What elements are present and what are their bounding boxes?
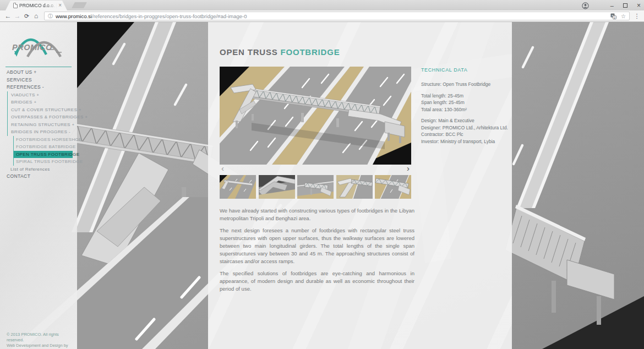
- thumbnail-strip: [220, 175, 411, 199]
- technical-data-row: [421, 113, 509, 117]
- sidebar-divider: [6, 67, 72, 67]
- sidebar-nav-item-label: SPIRAL TRUSS FOOTBRIDGE: [16, 159, 83, 164]
- sidebar-nav-item-label: FOOTBRIDGE BATBRIDGE: [16, 144, 76, 149]
- sidebar-nav-item[interactable]: BRIDGES IN PROGGRES -: [7, 128, 77, 136]
- technical-data-row: Investor: Ministry of transport, Lybia: [421, 138, 509, 145]
- article-paragraph: The specified solutions of footbridges a…: [220, 270, 414, 293]
- technical-data-row: Contractor: BCC Plc: [421, 131, 509, 138]
- tab-title: PROMICO d.o.o. | Refere: [19, 3, 57, 8]
- sidebar-nav-item[interactable]: List of References: [7, 166, 77, 173]
- tab-strip: PROMICO d.o.o. | Refere × – ×: [0, 0, 644, 10]
- sidebar-nav-item-label: ABOUT US +: [7, 69, 37, 75]
- maximize-icon[interactable]: [623, 3, 627, 8]
- technical-data-row: Design: Main & Executive: [421, 117, 509, 124]
- sidebar-nav-item[interactable]: REFERENCES -: [7, 84, 77, 91]
- tab-close-icon[interactable]: ×: [58, 3, 62, 8]
- page-viewport: PROMICO ABOUT US + SERVICES REFERENCES -…: [0, 22, 644, 349]
- browser-window: PROMICO d.o.o. | Refere × – × ← → ⟳ ⌂ ⓘ …: [0, 0, 644, 349]
- sidebar-nav-item[interactable]: CUT & COVER STRUCTURES +: [7, 106, 77, 114]
- technical-data-row: Total length: 25-45m: [421, 92, 509, 100]
- url-domain: www.promico.si: [56, 13, 92, 19]
- technical-data-row: Designer: PROMICO Ltd., Arhitektura Ltd.: [421, 124, 509, 132]
- close-window-icon[interactable]: ×: [637, 2, 641, 9]
- carousel-next-icon[interactable]: ›: [407, 164, 410, 173]
- technical-data-row: Total area: 130-360m²: [421, 106, 509, 113]
- window-controls: – ×: [610, 0, 641, 10]
- sidebar-nav-item[interactable]: SPIRAL TRUSS FOOTBRIDGE: [13, 158, 77, 166]
- sidebar-nav-item-label: List of References: [10, 167, 50, 172]
- sidebar-nav-item[interactable]: OVERPASSES & FOOTBRIDGES +: [7, 113, 77, 121]
- carousel-prev-icon[interactable]: ‹: [221, 164, 224, 173]
- profile-icon[interactable]: [582, 2, 589, 9]
- reload-icon[interactable]: ⟳: [22, 13, 31, 19]
- sidebar-footer: © 2013 PROMICO. All rights reserved. Web…: [7, 332, 77, 349]
- sidebar-nav-item[interactable]: FOOTBRIDGE BATBRIDGE: [13, 143, 77, 151]
- carousel-controls: ‹ ›: [220, 164, 411, 173]
- article-paragraph: We have already started with constructin…: [220, 207, 414, 222]
- technical-data-row: [421, 88, 509, 92]
- thumbnail-bridge-overview[interactable]: [220, 175, 256, 199]
- minimize-icon[interactable]: –: [610, 3, 614, 8]
- forward-icon[interactable]: →: [13, 13, 22, 19]
- thumbnail-ramp-structure[interactable]: [259, 175, 295, 199]
- sidebar-nav-item[interactable]: ABOUT US +: [7, 69, 77, 77]
- translate-icon[interactable]: a文: [610, 13, 616, 19]
- technical-data-row: Structure: Open Truss Footbridge: [421, 81, 509, 88]
- back-icon[interactable]: ←: [3, 13, 13, 19]
- home-icon[interactable]: ⌂: [31, 13, 41, 19]
- thumbnail-a-frame-ramp[interactable]: [336, 175, 373, 199]
- technical-data-rows: Structure: Open Truss Footbridge Total l…: [421, 81, 509, 145]
- page-title: OPEN TRUSS FOOTBRIDGE: [220, 47, 340, 57]
- browser-tab[interactable]: PROMICO d.o.o. | Refere ×: [6, 1, 67, 10]
- sidebar-nav-item-label: CONTACT: [7, 173, 30, 179]
- technical-data-row: Span length: 25-45m: [421, 99, 509, 106]
- article-paragraph: The next design foresees a number of foo…: [220, 227, 414, 265]
- sidebar-nav-item[interactable]: SERVICES: [7, 77, 77, 84]
- promico-logo[interactable]: PROMICO: [11, 29, 66, 60]
- sidebar-nav-item[interactable]: FOOTBRIDGES HORSESHOE: [13, 136, 77, 144]
- page-favicon-icon: [13, 3, 18, 8]
- content-panel: OPEN TRUSS FOOTBRIDGE: [208, 22, 512, 349]
- sidebar-nav-item-label: OPEN TRUSS FOOTBRIDGE: [16, 152, 79, 157]
- browser-menu-icon[interactable]: ⋮: [633, 13, 641, 20]
- sidebar-nav-item-label: SERVICES: [7, 77, 32, 83]
- url-path: /references/bridges-in-proggres/open-tru…: [92, 13, 247, 19]
- credits-text: Web Development and Design by NOMMO.: [7, 343, 77, 349]
- browser-toolbar: ← → ⟳ ⌂ ⓘ www.promico.si/references/brid…: [0, 10, 644, 22]
- thumbnail-bridge-side-view[interactable]: [297, 175, 334, 199]
- svg-text:PROMICO: PROMICO: [12, 43, 52, 52]
- sidebar-nav-item-label: REFERENCES -: [7, 84, 44, 90]
- url-text: www.promico.si/references/bridges-in-pro…: [56, 13, 610, 19]
- sidebar-nav-item-label: RETAINING STRUCTURES +: [11, 122, 75, 127]
- technical-data-panel: TECHNICAL DATA Structure: Open Truss Foo…: [421, 67, 509, 145]
- sidebar-nav-item[interactable]: CONTACT: [7, 173, 77, 181]
- sidebar-nav-item[interactable]: OPEN TRUSS FOOTBRIDGE: [13, 151, 73, 159]
- sidebar-nav-item-label: BRIDGES IN PROGGRES -: [11, 129, 70, 134]
- sidebar-nav-item[interactable]: VIADUCTS +: [7, 91, 77, 99]
- article-text: We have already started with constructin…: [220, 207, 414, 297]
- bookmark-star-icon[interactable]: ☆: [621, 13, 626, 19]
- sidebar-nav-item-label: FOOTBRIDGES HORSESHOE: [16, 137, 82, 142]
- svg-text:文: 文: [613, 15, 616, 19]
- copyright-text: © 2013 PROMICO. All rights reserved.: [7, 332, 77, 343]
- thumbnail-truss-and-ramp[interactable]: [375, 175, 411, 199]
- sidebar-nav-item-label: OVERPASSES & FOOTBRIDGES +: [11, 114, 88, 119]
- sidebar-nav-item-label: BRIDGES +: [11, 100, 37, 105]
- sidebar-nav-item-label: CUT & COVER STRUCTURES +: [11, 107, 81, 112]
- sidebar: PROMICO ABOUT US + SERVICES REFERENCES -…: [0, 22, 77, 349]
- sidebar-nav-item[interactable]: BRIDGES +: [7, 99, 77, 106]
- sidebar-nav-item[interactable]: RETAINING STRUCTURES +: [7, 121, 77, 129]
- technical-data-heading: TECHNICAL DATA: [421, 67, 509, 73]
- new-tab-button[interactable]: [72, 2, 87, 8]
- page-info-icon[interactable]: ⓘ: [48, 13, 53, 20]
- page-title-accent: FOOTBRIDGE: [280, 47, 340, 57]
- address-bar[interactable]: ⓘ www.promico.si/references/bridges-in-p…: [44, 12, 630, 20]
- sidebar-nav-item-label: VIADUCTS +: [11, 92, 39, 97]
- sidebar-nav: ABOUT US + SERVICES REFERENCES - VIADUCT…: [7, 69, 77, 181]
- hero-bridge-image[interactable]: [220, 67, 411, 165]
